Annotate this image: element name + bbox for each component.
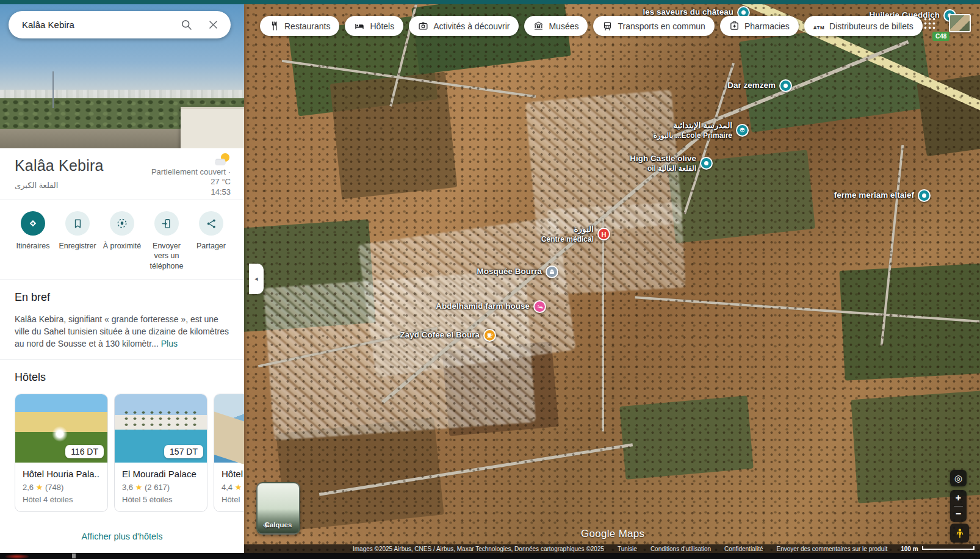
collapse-panel-button[interactable]: ◄ [249,264,264,294]
marker-label: Dar zemzem [727,81,776,91]
apps-grid-icon[interactable] [923,17,935,29]
marker-label: Mosquée Bourra [477,267,542,277]
action-label: À proximité [103,241,142,251]
chip-label: Hôtels [370,21,394,31]
chip-label: Pharmacies [744,21,790,31]
hotel-price-badge: 157 DT [164,445,203,458]
marker-label: Zayd Cofee el Boura [400,330,480,341]
plain-poi-marker[interactable] [700,157,713,170]
zoom-control: + − [950,490,967,522]
action-directions[interactable]: Itinéraires [11,211,55,271]
send-to-phone-icon [154,211,179,236]
map-marker: ferme meriam eltaief [699,189,931,202]
hotel-rating: 4,4 ★ [222,483,244,492]
footer-link[interactable]: Conditions d'utilisation [650,546,711,552]
photo-pole [52,71,54,108]
action-label: Itinéraires [16,241,50,251]
imagery-attribution: Images ©2025 Airbus, CNES / Airbus, Maxa… [353,546,604,552]
atm-icon: ATM [813,21,824,31]
my-location-button[interactable]: ◎ [950,470,967,486]
partly-cloudy-icon [215,153,231,165]
hotel-name: Hôtel [222,469,244,479]
zoom-out-button[interactable]: − [950,507,967,522]
chip-label: Musées [549,21,578,31]
hotel-rating: 3,6 ★ (2 617) [122,483,200,492]
attribution-bar: Images ©2025 Airbus, CNES / Airbus, Maxa… [244,544,980,553]
footer-link[interactable]: Envoyer des commentaires sur le produit [776,546,887,552]
action-nearby[interactable]: À proximité [100,211,144,271]
footer-link[interactable]: Confidentialité [724,546,763,552]
chip-transports-en-commun[interactable]: Transports en commun [593,16,714,36]
chip-distributeurs-de-billets[interactable]: ATMDistributeurs de billets [804,16,923,36]
about-text-body: Kalâa Kebira, signifiant « grande forter… [15,314,229,348]
directions-icon [21,211,45,236]
hotel-type: Hôtel 4 étoiles [23,495,100,504]
chip-activit-s-d-couvrir[interactable]: Activités à découvrir [409,16,519,36]
marker-label: المدرسة الإبتدائيةبالبورة ...École Prima… [654,121,732,140]
taskbar-icon-fragment [5,554,29,559]
hotel-photo: 116 DT [15,394,107,463]
weather-widget[interactable]: Partiellement couvert · 27 °C 14:53 [151,153,231,197]
hotel-photo [214,394,244,463]
school-poi-marker[interactable] [736,124,749,137]
plain-poi-marker[interactable] [779,79,792,92]
action-send-to-phone[interactable]: Envoyer vers un téléphone [145,211,189,271]
action-bookmark[interactable]: Enregistrer [56,211,99,271]
share-icon [199,211,223,236]
bed-poi-marker[interactable] [533,300,546,313]
mosque-poi-marker[interactable] [546,265,558,278]
road-badge: C48 [932,32,949,41]
scale-bar [922,546,975,550]
map-canvas[interactable]: RestaurantsHôtelsActivités à découvrirMM… [244,4,980,553]
cafe-poi-marker[interactable] [483,329,496,342]
footer-link[interactable]: Tunisie [618,546,637,552]
place-photo[interactable] [0,4,244,148]
map-marker: Dar zemzem [560,79,792,92]
place-header: Kalâa Kebira القلعة الكبرى Partiellement… [0,148,244,196]
show-more-hotels-link[interactable]: Afficher plus d'hôtels [0,522,244,550]
scale-label: 100 m [901,546,918,552]
chip-h-tels[interactable]: Hôtels [345,16,403,36]
hotel-card[interactable]: Hôtel4,4 ★ Hôtel [214,394,244,512]
hospital-poi-marker[interactable]: H [597,228,610,240]
map-marker: Abdelhamid farm house [314,300,546,313]
map-marker: المدرسة الإبتدائيةبالبورة ...École Prima… [517,121,749,140]
weather-temperature: 27 °C [151,177,231,187]
search-box[interactable] [9,11,231,38]
search-icon[interactable] [178,18,194,31]
hotels-section: Hôtels 116 DTHôtel Houria Pala...2,6 ★ (… [0,359,244,522]
chip-pharmacies[interactable]: Pharmacies [720,16,799,36]
action-label: Enregistrer [59,241,96,251]
bookmark-icon [65,211,90,236]
layers-button[interactable]: ◈ Calques [256,482,300,535]
marker-label: البورةCentre médical [541,225,594,244]
star-icon: ★ [235,483,242,492]
photo-thumbnail[interactable] [949,14,971,32]
about-text: Kalâa Kebira, signifiant « grande forter… [15,314,229,350]
window-top-bar [0,0,980,4]
svg-text:M: M [538,26,540,29]
category-chips: RestaurantsHôtelsActivités à découvrirMM… [260,16,923,36]
chip-restaurants[interactable]: Restaurants [260,16,339,36]
chip-mus-es[interactable]: MMusées [524,16,588,36]
museum-icon: M [533,21,544,31]
hotel-cards-row: 116 DTHôtel Houria Pala...2,6 ★ (748)Hôt… [15,394,244,512]
pharmacy-icon [729,21,740,31]
pegman-button[interactable] [950,524,969,543]
map-scale: 100 m [901,546,974,552]
action-share[interactable]: Partager [189,211,233,271]
more-link[interactable]: Plus [161,339,178,348]
search-input[interactable] [22,20,178,30]
zoom-in-button[interactable]: + [950,491,967,506]
hotel-card[interactable]: 116 DTHôtel Houria Pala...2,6 ★ (748)Hôt… [15,394,108,512]
attribution-links: TunisieConditions d'utilisationConfident… [604,546,887,552]
chip-label: Restaurants [284,21,330,31]
close-icon[interactable] [205,19,221,31]
transit-icon [602,21,613,31]
map-marker: Zayd Cofee el Boura [264,329,496,342]
taskbar-strip [0,553,980,559]
plain-poi-marker[interactable] [918,189,931,202]
chip-label: Transports en commun [618,21,705,31]
hotel-card[interactable]: 157 DTEl Mouradi Palace3,6 ★ (2 617)Hôte… [114,394,207,512]
taskbar-window-marker [72,554,76,558]
